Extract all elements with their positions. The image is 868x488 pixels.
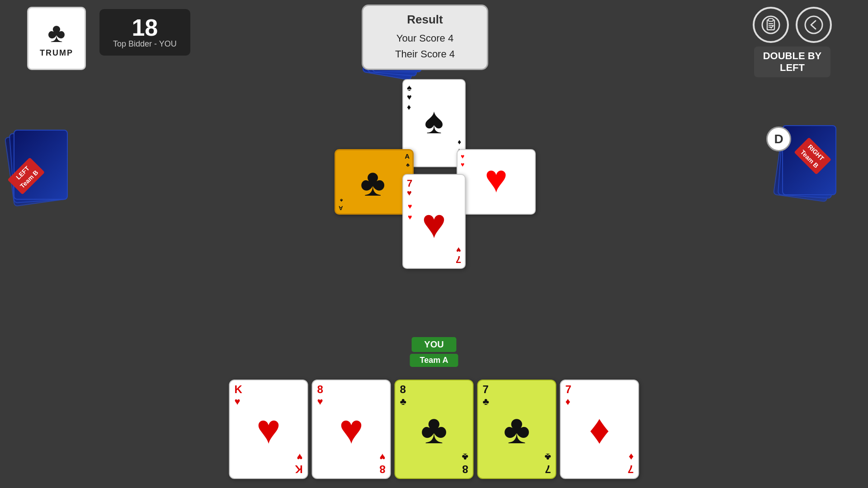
double-by-label: DOUBLE BY LEFT — [754, 47, 831, 77]
clipboard-button[interactable] — [753, 7, 789, 43]
top-right-controls: DOUBLE BY LEFT — [753, 7, 832, 77]
hand-card-1[interactable]: 8 ♥ ♥ 8 ♥ — [312, 380, 391, 479]
svg-rect-2 — [769, 19, 773, 21]
trump-suit-icon: ♣ — [47, 19, 65, 47]
hand-card-4[interactable]: 7 ♦ ♦ 7 ♦ — [560, 380, 639, 479]
trump-label: TRUMP — [40, 48, 73, 58]
top-bidder-box: 18 Top Bidder - YOU — [99, 9, 190, 56]
you-badge: YOU — [411, 337, 456, 352]
you-label-area: YOU Team A — [410, 337, 458, 367]
svg-point-6 — [805, 16, 822, 33]
their-score: Their Score 4 — [372, 46, 478, 62]
hand-card-2[interactable]: 8 ♣ ♣ 8 ♣ — [395, 380, 474, 479]
your-score: Your Score 4 — [372, 30, 478, 46]
back-button[interactable] — [796, 7, 832, 43]
team-a-badge: Team A — [410, 354, 458, 367]
result-box: Result Your Score 4 Their Score 4 — [362, 5, 488, 70]
player-hand: K ♥ ♥ K ♥ 8 ♥ ♥ 8 ♥ 8 ♣ ♣ 8 ♣ 7 ♣ ♣ 7 ♣ … — [229, 380, 639, 479]
d-badge: D — [766, 127, 791, 151]
trump-card: ♣ TRUMP — [27, 7, 86, 70]
hand-card-3[interactable]: 7 ♣ ♣ 7 ♣ — [477, 380, 557, 479]
right-played-card: ♥♥ ♥ J♥ — [457, 149, 536, 215]
bid-number: 18 — [113, 16, 177, 39]
bid-text: Top Bidder - YOU — [113, 39, 177, 49]
left-played-card: A♣ ♣ A♣ — [335, 149, 414, 215]
hand-card-0[interactable]: K ♥ ♥ K ♥ — [229, 380, 308, 479]
left-player-area: LEFT Team B — [7, 129, 97, 219]
result-title: Result — [372, 13, 478, 27]
right-player-area: D RIGHT Team B — [757, 124, 861, 228]
center-play-area: ♠ ♥ ♦ ♠ 7 ♥ ♦ A♣ ♣ A♣ ♥♥ ♥ J♥ 7 ♥ ♥♥ ♥ 7… — [307, 79, 561, 282]
you-played-card: 7 ♥ ♥♥ ♥ 7 ♥ — [402, 174, 466, 269]
